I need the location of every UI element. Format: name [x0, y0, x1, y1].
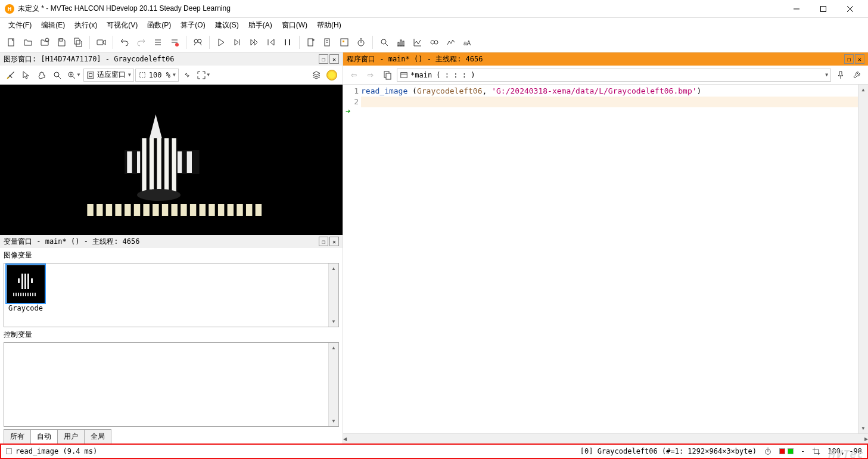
- variable-restore-icon[interactable]: ❐: [319, 237, 328, 246]
- svg-rect-22: [308, 39, 313, 46]
- maximize-button[interactable]: [810, 1, 836, 17]
- var-tabs: 所有 自动 用户 全局: [0, 429, 343, 444]
- left-column: 图形窗口: [H14D74A71170] - Graycodeleft06 ❐ …: [0, 52, 343, 444]
- histogram-icon[interactable]: [393, 35, 409, 50]
- zoom-value-select[interactable]: 100 %▼: [135, 69, 179, 82]
- menu-exec[interactable]: 执行(x): [71, 19, 101, 32]
- nav-fwd-icon[interactable]: ⇨: [363, 68, 378, 82]
- ctrl-vars-scrollbar[interactable]: ▲▼: [328, 343, 338, 426]
- svg-rect-29: [343, 41, 344, 42]
- wrench-icon[interactable]: [850, 68, 864, 82]
- svg-rect-68: [172, 138, 176, 192]
- pan-icon[interactable]: [35, 68, 49, 82]
- svg-rect-62: [187, 151, 192, 173]
- svg-point-15: [198, 39, 201, 43]
- tab-global[interactable]: 全局: [84, 429, 111, 444]
- nav-back-icon[interactable]: ⇦: [347, 68, 361, 82]
- svg-rect-83: [209, 204, 214, 216]
- exec-pointer-icon: ➔: [346, 106, 350, 116]
- line-profile-icon[interactable]: [443, 35, 459, 50]
- program-title-text: 程序窗口 - main* () - 主线程: 4656: [347, 54, 843, 64]
- save-icon[interactable]: [54, 35, 69, 50]
- menu-assistant[interactable]: 助手(A): [245, 19, 276, 32]
- code-scrollbar-v[interactable]: ▲▼: [858, 85, 868, 433]
- menu-suggest[interactable]: 建议(S): [211, 19, 242, 32]
- pin-icon[interactable]: [833, 68, 848, 82]
- timer-icon[interactable]: [353, 35, 369, 50]
- code-lines[interactable]: read_image (Graycodeleft06, 'G:/20240318…: [361, 85, 858, 433]
- tab-auto[interactable]: 自动: [30, 429, 58, 444]
- svg-rect-102: [30, 293, 31, 296]
- menu-window[interactable]: 窗口(W): [278, 19, 311, 32]
- step-into-icon[interactable]: [247, 35, 262, 50]
- clear-icon[interactable]: [4, 68, 18, 82]
- stop-icon[interactable]: [280, 35, 295, 50]
- code-toolbar: ⇦ ⇨ *main ( : : : ) ▼: [343, 66, 868, 85]
- record-icon[interactable]: [94, 35, 109, 50]
- menu-file[interactable]: 文件(F): [5, 19, 35, 32]
- image-view[interactable]: [0, 85, 343, 235]
- list-check-icon[interactable]: [167, 35, 182, 50]
- fit-window-select[interactable]: 适应窗口▼: [83, 69, 134, 82]
- menu-edit[interactable]: 编辑(E): [38, 19, 69, 32]
- pointer-icon[interactable]: [19, 68, 33, 82]
- menu-visualize[interactable]: 可视化(V): [103, 19, 141, 32]
- graphics-close-icon[interactable]: ✕: [329, 54, 339, 64]
- open-icon[interactable]: [20, 35, 36, 50]
- svg-point-13: [175, 43, 179, 46]
- close-button[interactable]: [836, 1, 863, 17]
- svg-rect-82: [200, 204, 206, 216]
- proc-icon[interactable]: [320, 35, 335, 50]
- svg-rect-52: [139, 72, 145, 77]
- feature-icon[interactable]: [427, 35, 442, 50]
- layers-icon[interactable]: [309, 68, 323, 82]
- new-icon[interactable]: [4, 35, 19, 50]
- menu-help[interactable]: 帮助(H): [313, 19, 345, 32]
- undo-icon[interactable]: [117, 35, 132, 50]
- menu-operator[interactable]: 算子(O): [177, 19, 209, 32]
- image-vars-scrollbar[interactable]: ▲▼: [328, 263, 338, 327]
- graphics-panel-title: 图形窗口: [H14D74A71170] - Graycodeleft06 ❐ …: [0, 52, 343, 66]
- svg-rect-101: [27, 293, 29, 296]
- find-icon[interactable]: [190, 35, 206, 50]
- var-thumb[interactable]: Graycode: [4, 263, 47, 314]
- list-icon[interactable]: [150, 35, 166, 50]
- svg-rect-98: [20, 293, 21, 296]
- code-line-1[interactable]: read_image (Graycodeleft06, 'G:/20240318…: [361, 86, 858, 97]
- program-close-icon[interactable]: ✕: [855, 54, 864, 64]
- window-title: 未定义 * - MVTec HALCON HDevelop 20.11 Stea…: [18, 4, 783, 14]
- new-proc-icon[interactable]: [303, 35, 319, 50]
- settings-icon[interactable]: [337, 35, 352, 50]
- code-scrollbar-h[interactable]: ◀▶: [343, 433, 868, 444]
- program-restore-icon[interactable]: ❐: [844, 54, 854, 64]
- variable-close-icon[interactable]: ✕: [329, 237, 339, 246]
- open-recent-icon[interactable]: [37, 35, 52, 50]
- step-over-icon[interactable]: [230, 35, 245, 50]
- profile-icon[interactable]: [410, 35, 425, 50]
- svg-rect-70: [87, 204, 93, 216]
- graphics-title-text: 图形窗口: [H14D74A71170] - Graycodeleft06: [4, 54, 318, 64]
- zoom-icon[interactable]: [377, 35, 392, 50]
- tab-all[interactable]: 所有: [4, 429, 31, 444]
- save-all-icon[interactable]: [70, 35, 86, 50]
- code-line-2[interactable]: [361, 97, 858, 107]
- procedure-select[interactable]: *main ( : : : ) ▼: [397, 69, 831, 82]
- bulb-icon[interactable]: [325, 68, 339, 82]
- tab-user[interactable]: 用户: [57, 429, 85, 444]
- svg-rect-75: [134, 204, 140, 216]
- redo-icon[interactable]: [133, 35, 149, 50]
- code-editor[interactable]: ➔ 12 read_image (Graycodeleft06, 'G:/202…: [343, 85, 868, 433]
- minimize-button[interactable]: [783, 1, 810, 17]
- svg-point-42: [434, 41, 438, 44]
- svg-rect-87: [246, 204, 252, 216]
- fullscreen-icon[interactable]: ▼: [195, 68, 212, 82]
- link-icon[interactable]: [180, 68, 194, 82]
- text-icon[interactable]: aA: [460, 35, 475, 50]
- zoom-tool-icon[interactable]: [50, 68, 64, 82]
- menu-func[interactable]: 函数(P): [144, 19, 175, 32]
- run-icon[interactable]: [213, 35, 229, 50]
- zoom-in-icon[interactable]: ▼: [66, 68, 82, 82]
- copy-icon[interactable]: [380, 68, 394, 82]
- graphics-restore-icon[interactable]: ❐: [319, 54, 328, 64]
- step-out-icon[interactable]: [263, 35, 279, 50]
